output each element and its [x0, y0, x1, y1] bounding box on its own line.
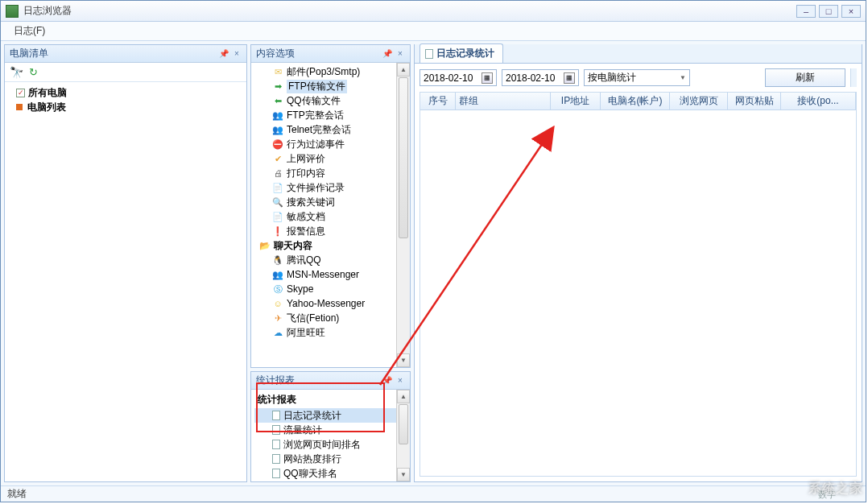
arrow-left-icon: ⬅: [272, 95, 283, 106]
chevron-down-icon: ▼: [680, 74, 686, 81]
result-grid[interactable]: 序号 群组 IP地址 电脑名(帐户) 浏览网页 网页粘贴 接收(po...: [420, 92, 857, 477]
content-item-rating[interactable]: ✔上网评价: [254, 151, 410, 166]
telnet-icon: 👥: [272, 124, 283, 135]
titlebar[interactable]: 日志浏览器 – □ ×: [1, 1, 866, 22]
tree-label: 电脑列表: [27, 101, 66, 114]
panel-close-icon[interactable]: ×: [395, 376, 405, 386]
msn-icon: 👥: [272, 269, 283, 280]
maximize-button[interactable]: □: [819, 5, 838, 18]
block-icon: ⛔: [272, 138, 283, 150]
stat-item-browse-rank[interactable]: 浏览网页时间排名: [254, 437, 410, 452]
stat-item-traffic[interactable]: 流量统计: [254, 423, 410, 437]
app-window: 日志浏览器 – □ × 日志(F) 电脑清单 📌 × 🔭 ↻: [0, 0, 866, 502]
status-text: 就绪: [7, 487, 27, 501]
tree-item-all[interactable]: 所有电脑: [10, 85, 242, 100]
window-title: 日志浏览器: [23, 4, 796, 18]
stat-by-combo[interactable]: 按电脑统计 ▼: [584, 69, 690, 86]
folder-icon: 📂: [259, 240, 271, 251]
page-icon: [272, 411, 280, 420]
menu-log[interactable]: 日志(F): [7, 23, 52, 39]
stat-group[interactable]: 统计报表: [254, 391, 410, 408]
printer-icon: 🖨: [272, 167, 283, 179]
panel-close-icon[interactable]: ×: [232, 49, 242, 59]
scroll-down-icon[interactable]: ▼: [397, 353, 410, 367]
panel-title: 统计报表: [256, 374, 295, 387]
stat-item-site-rank[interactable]: 网站热度排行: [254, 452, 410, 466]
col-pc[interactable]: 电脑名(帐户): [601, 93, 670, 109]
scrollbar[interactable]: ▲ ▼: [396, 63, 410, 367]
tree-item-list[interactable]: 电脑列表: [10, 100, 242, 114]
sensitive-icon: 📄: [272, 211, 283, 222]
stat-item-log[interactable]: 日志记录统计: [254, 408, 410, 423]
scroll-down-icon[interactable]: ▼: [397, 468, 410, 481]
tab-log-stat[interactable]: 日志记录统计: [420, 43, 503, 63]
date-from-input[interactable]: 2018-02-10 ▦: [420, 69, 497, 86]
panel-close-icon[interactable]: ×: [395, 49, 405, 59]
col-recv[interactable]: 接收(po...: [781, 93, 856, 109]
filter-row: 2018-02-10 ▦ 2018-02-10 ▦ 按电脑统计 ▼ 刷新: [420, 68, 857, 87]
panel-title: 电脑清单: [10, 47, 48, 60]
content-item-filter[interactable]: ⛔行为过滤事件: [254, 137, 410, 151]
col-paste[interactable]: 网页粘贴: [728, 93, 781, 109]
date-to-input[interactable]: 2018-02-10 ▦: [502, 69, 579, 86]
scroll-thumb[interactable]: [399, 77, 408, 238]
panel-middle: 内容选项 📌 × ✉邮件(Pop3/Smtp) ➡FTP传输文件 ⬅QQ传输文件…: [250, 44, 411, 482]
scroll-up-icon[interactable]: ▲: [397, 63, 410, 76]
square-icon: [16, 104, 23, 110]
stat-tree[interactable]: 统计报表 日志记录统计 流量统计 浏览网页时间排名 网站热度排行 QQ聊天排名 …: [251, 390, 410, 481]
pin-icon[interactable]: 📌: [382, 376, 392, 386]
ftp-icon: 👥: [272, 109, 283, 121]
binoculars-icon[interactable]: 🔭: [10, 66, 23, 79]
check-icon: ✔: [272, 153, 283, 164]
scroll-up-icon[interactable]: ▲: [397, 390, 410, 403]
col-group[interactable]: 群组: [456, 93, 551, 109]
calendar-icon[interactable]: ▦: [482, 72, 493, 84]
scroll-thumb[interactable]: [399, 404, 408, 444]
refresh-icon[interactable]: ↻: [29, 66, 42, 79]
chat-item-qq[interactable]: 🐧腾讯QQ: [254, 253, 410, 267]
panel-header-content: 内容选项 📌 ×: [251, 45, 410, 63]
statusbar: 就绪 数字: [1, 485, 866, 502]
chat-item-msn[interactable]: 👥MSN-Messenger: [254, 267, 410, 282]
panel-computer-list: 电脑清单 📌 × 🔭 ↻ 所有电脑 电脑列表: [4, 44, 247, 482]
page-icon: [272, 440, 280, 449]
col-ip[interactable]: IP地址: [551, 93, 601, 109]
content-item-ftp-transfer[interactable]: ➡FTP传输文件: [254, 79, 410, 93]
content-item-fileop[interactable]: 📄文件操作记录: [254, 180, 410, 195]
page-icon: [425, 49, 433, 59]
calendar-icon[interactable]: ▦: [564, 72, 575, 84]
content-item-telnet[interactable]: 👥Telnet完整会话: [254, 122, 410, 137]
combo-value: 按电脑统计: [588, 71, 636, 85]
minimize-button[interactable]: –: [796, 5, 816, 18]
content-item-qq-transfer[interactable]: ⬅QQ传输文件: [254, 93, 410, 108]
content-item-search[interactable]: 🔍搜索关键词: [254, 195, 410, 209]
col-seq[interactable]: 序号: [420, 93, 456, 109]
yahoo-icon: ☺: [272, 298, 283, 309]
stat-item-qq-rank[interactable]: QQ聊天排名: [254, 466, 410, 481]
panel-stat-report: 统计报表 📌 × 统计报表 日志记录统计 流量统计 浏览网页时间排名 网站热度排…: [250, 371, 411, 482]
content-item-ftp-session[interactable]: 👥FTP完整会话: [254, 108, 410, 122]
checkbox-icon[interactable]: [16, 89, 25, 97]
chat-item-aliww[interactable]: ☁阿里旺旺: [254, 325, 410, 340]
col-browse[interactable]: 浏览网页: [670, 93, 728, 109]
content-group-chat[interactable]: 📂聊天内容: [254, 238, 410, 253]
content-item-sensitive[interactable]: 📄敏感文档: [254, 209, 410, 224]
qq-icon: 🐧: [272, 254, 283, 266]
computer-tree[interactable]: 所有电脑 电脑列表: [5, 82, 246, 481]
pin-icon[interactable]: 📌: [382, 49, 392, 59]
page-icon: [272, 425, 280, 435]
content-tree[interactable]: ✉邮件(Pop3/Smtp) ➡FTP传输文件 ⬅QQ传输文件 👥FTP完整会话…: [251, 63, 410, 367]
chat-item-fetion[interactable]: ✈飞信(Fetion): [254, 311, 410, 325]
content-item-alert[interactable]: ❗报警信息: [254, 224, 410, 238]
scrollbar[interactable]: ▲ ▼: [396, 390, 410, 481]
close-button[interactable]: ×: [841, 5, 861, 18]
chat-item-skype[interactable]: ⓈSkype: [254, 282, 410, 296]
content-item-print[interactable]: 🖨打印内容: [254, 166, 410, 180]
content-item-mail[interactable]: ✉邮件(Pop3/Smtp): [254, 64, 410, 79]
tab-label: 日志记录统计: [436, 47, 494, 60]
pin-icon[interactable]: 📌: [219, 49, 229, 59]
refresh-button[interactable]: 刷新: [765, 68, 845, 87]
app-icon: [6, 5, 19, 18]
chat-item-yahoo[interactable]: ☺Yahoo-Messenger: [254, 296, 410, 311]
page-icon: [272, 469, 280, 478]
